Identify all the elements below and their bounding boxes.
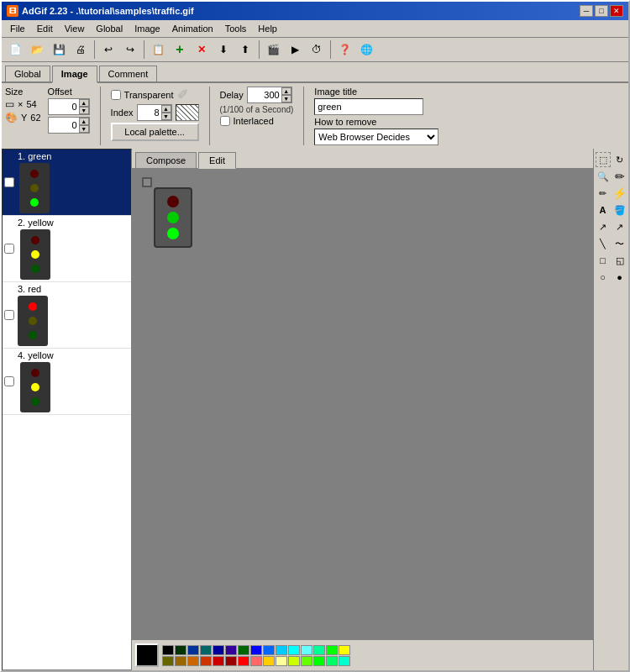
arrow-tool[interactable]: ↗ <box>612 219 627 234</box>
delay-down[interactable]: ▼ <box>281 95 291 102</box>
swatch-darkred[interactable] <box>213 656 224 666</box>
undo-button[interactable]: ↩ <box>98 39 118 60</box>
menu-image[interactable]: Image <box>129 22 165 35</box>
index-down[interactable]: ▼ <box>161 113 171 120</box>
frame-item-3[interactable]: 3. red <box>3 282 131 349</box>
swatch-brown[interactable] <box>175 656 186 666</box>
swatch-ltgreen[interactable] <box>313 645 325 655</box>
print-button[interactable]: 🖨 <box>71 39 91 60</box>
tab-comment[interactable]: Comment <box>99 66 158 81</box>
swatch-darkgreen[interactable] <box>175 645 186 655</box>
offset-y-input[interactable] <box>49 118 79 133</box>
offset-x-spinbox[interactable]: ▲ ▼ <box>48 98 90 115</box>
menu-tools[interactable]: Tools <box>220 22 252 35</box>
frame-3-checkbox[interactable] <box>4 310 14 320</box>
swatch-darkorange[interactable] <box>200 656 212 666</box>
how-to-remove-select[interactable]: Do Not Remove Web Browser Decides Restor… <box>314 129 438 145</box>
swatch-salmon[interactable] <box>250 656 262 666</box>
curve-tool[interactable]: 〜 <box>612 236 627 251</box>
swatch-yellow[interactable] <box>339 645 350 655</box>
canvas-area[interactable] <box>132 169 593 639</box>
menu-global[interactable]: Global <box>91 22 128 35</box>
web-button[interactable]: 🌐 <box>356 39 376 60</box>
redo-button[interactable]: ↪ <box>120 39 140 60</box>
move-up-button[interactable]: ⬆ <box>235 39 255 60</box>
menu-help[interactable]: Help <box>253 22 282 35</box>
menu-animation[interactable]: Animation <box>167 22 218 35</box>
index-up[interactable]: ▲ <box>161 105 171 113</box>
image-title-input[interactable] <box>314 98 423 115</box>
menu-file[interactable]: File <box>5 22 30 35</box>
frame-item-2[interactable]: 2. yellow <box>3 216 131 282</box>
index-spinbox[interactable]: ▲ ▼ <box>137 104 172 121</box>
eyedropper-tool[interactable]: ↗ <box>596 219 611 234</box>
zoom-tool[interactable]: 🔍 <box>596 169 611 184</box>
rect-tool[interactable]: □ <box>596 253 611 268</box>
swatch-orange[interactable] <box>187 656 199 666</box>
close-button[interactable]: ✕ <box>610 5 623 17</box>
delay-spinbox[interactable]: ▲ ▼ <box>247 87 292 103</box>
new-frame-button[interactable]: 📋 <box>148 39 168 60</box>
line-tool[interactable]: ╲ <box>596 236 611 251</box>
offset-x-up[interactable]: ▲ <box>79 99 89 107</box>
pencil-tool[interactable]: ✏ <box>612 169 627 184</box>
preview2-button[interactable]: ▶ <box>285 39 305 60</box>
swatch-ltyellow[interactable] <box>276 656 287 666</box>
swatch-olive[interactable] <box>162 656 174 666</box>
preview-button[interactable]: 🎬 <box>263 39 283 60</box>
index-input[interactable] <box>138 105 161 120</box>
rect-fill-tool[interactable]: ◱ <box>612 253 627 268</box>
offset-y-spinbox[interactable]: ▲ ▼ <box>48 117 90 134</box>
ellipse-tool[interactable]: ○ <box>596 270 611 285</box>
frame-item-1[interactable]: 1. green <box>3 150 131 216</box>
swatch-ltlime[interactable] <box>288 656 300 666</box>
help-button[interactable]: ❓ <box>334 39 354 60</box>
offset-x-down[interactable]: ▼ <box>79 107 89 114</box>
tab-compose[interactable]: Compose <box>135 152 197 168</box>
tab-image[interactable]: Image <box>52 66 97 83</box>
timer-button[interactable]: ⏱ <box>307 39 327 60</box>
swatch-ltcyan[interactable] <box>301 645 312 655</box>
interlaced-checkbox[interactable] <box>220 116 230 126</box>
swatch-black[interactable] <box>162 645 174 655</box>
swatch-teal[interactable] <box>200 645 212 655</box>
select-rect-tool[interactable]: ⬚ <box>596 152 611 167</box>
save-button[interactable]: 💾 <box>49 39 69 60</box>
swatch-cyan[interactable] <box>263 645 275 655</box>
current-color-swatch[interactable] <box>135 643 159 667</box>
delay-up[interactable]: ▲ <box>281 87 291 95</box>
frame-2-checkbox[interactable] <box>4 244 14 254</box>
fill-tool[interactable]: 🪣 <box>612 202 627 218</box>
frame-item-4[interactable]: 4. yellow <box>3 349 131 415</box>
swatch-darkblue[interactable] <box>213 645 224 655</box>
swatch-purple[interactable] <box>225 645 237 655</box>
delete-frame-button[interactable]: ✕ <box>192 39 212 60</box>
swatch-red[interactable] <box>238 656 249 666</box>
swatch-crimson[interactable] <box>225 656 237 666</box>
menu-view[interactable]: View <box>60 22 90 35</box>
frame-4-checkbox[interactable] <box>4 376 14 386</box>
add-frame-button[interactable]: + <box>170 39 190 60</box>
tab-global[interactable]: Global <box>5 66 50 81</box>
text-tool[interactable]: A <box>596 202 611 218</box>
swatch-aqua[interactable] <box>339 656 350 666</box>
transparent-checkbox[interactable] <box>111 90 121 100</box>
swatch-blue[interactable] <box>250 645 262 655</box>
swatch-green[interactable] <box>326 645 338 655</box>
frame-1-checkbox[interactable] <box>4 177 14 187</box>
tab-edit[interactable]: Edit <box>198 152 236 169</box>
minimize-button[interactable]: ─ <box>580 5 593 17</box>
swatch-gold[interactable] <box>263 656 275 666</box>
local-palette-button[interactable]: Local palette... <box>111 123 199 141</box>
swatch-violet[interactable] <box>238 645 249 655</box>
swatch-mint[interactable] <box>326 656 338 666</box>
move-down-button[interactable]: ⬇ <box>213 39 234 60</box>
spray-tool[interactable]: ⚡ <box>612 186 627 201</box>
menu-edit[interactable]: Edit <box>32 22 58 35</box>
new-button[interactable]: 📄 <box>5 39 25 60</box>
swatch-sky[interactable] <box>288 645 300 655</box>
brush-tool[interactable]: ✏ <box>596 186 611 201</box>
ellipse-fill-tool[interactable]: ● <box>612 270 627 285</box>
swatch-ltblue[interactable] <box>276 645 287 655</box>
maximize-button[interactable]: □ <box>595 5 608 17</box>
